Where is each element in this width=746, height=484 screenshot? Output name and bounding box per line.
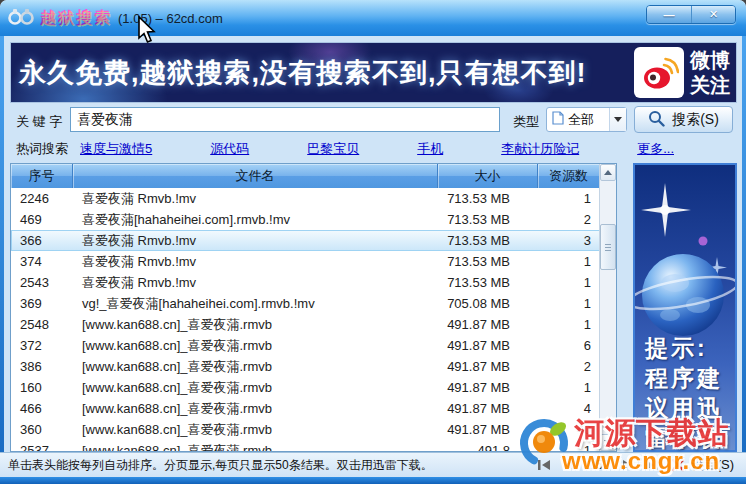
scroll-up-button[interactable] <box>600 164 616 181</box>
filename-cell: [www.kan688.cn]_喜爱夜蒲.rmvb <box>73 335 438 356</box>
row-id-cell: 360 <box>11 419 73 440</box>
row-id-cell: 2537 <box>11 440 73 452</box>
previous-page-icon <box>563 459 575 471</box>
size-cell: 713.53 MB <box>438 209 538 230</box>
filename-cell: [www.kan688.cn]_喜爱夜蒲.rmvb <box>73 377 438 398</box>
sidebar-tip-text: 提示:程序建议用迅雷下载 <box>635 333 735 452</box>
titlebar: 越狱搜索 (1.05) – 62cd.com — ✕ <box>0 0 746 36</box>
sidebar-tip-line: 雷下载 <box>645 423 735 452</box>
column-header[interactable]: 大小 <box>438 164 538 188</box>
first-page-button[interactable] <box>537 459 552 471</box>
more-link[interactable]: 更多... <box>637 140 674 158</box>
type-selected-value: 全部 <box>568 111 609 129</box>
table-row[interactable]: 366喜爱夜蒲 Rmvb.!mv713.53 MB3 <box>11 230 616 251</box>
keyword-label: 关 键 字 <box>16 113 62 131</box>
resource-count-cell: 3 <box>538 230 600 251</box>
table-row[interactable]: 160[www.kan688.cn]_喜爱夜蒲.rmvb491.87 MB1 <box>11 377 616 398</box>
size-cell: 491.87 MB <box>438 377 538 398</box>
document-icon <box>552 111 564 129</box>
resource-count-cell: 2 <box>538 356 600 377</box>
globe-image <box>635 165 735 337</box>
hotword-link[interactable]: 速度与激情5 <box>80 140 152 158</box>
hotwords-label: 热词搜索 <box>16 140 68 158</box>
scrollbar-thumb[interactable] <box>600 224 616 270</box>
sidebar-banner[interactable]: 提示:程序建议用迅雷下载 <box>633 163 737 452</box>
arrow-down-icon <box>604 440 612 445</box>
type-dropdown[interactable]: 全部 <box>546 107 627 132</box>
handcuffs-icon <box>8 7 34 29</box>
sidebar-tip-line: 提示: <box>645 333 735 363</box>
filename-cell: [www.kan688.cn]_喜爱夜蒲.rmvb <box>73 440 438 452</box>
table-row[interactable]: 466[www.kan688.cn]_喜爱夜蒲.rmvb491.87 MB4 <box>11 398 616 419</box>
search-icon <box>648 110 665 130</box>
filename-cell: [www.kan688.cn]_喜爱夜蒲.rmvb <box>73 398 438 419</box>
column-header[interactable]: 序号 <box>11 164 73 188</box>
table-row[interactable]: 360[www.kan688.cn]_喜爱夜蒲.rmvb491.87 MB40 <box>11 419 616 440</box>
previous-page-button[interactable] <box>563 459 575 471</box>
weibo-follow-label: 微博关注 <box>688 48 732 98</box>
pagination: 1/52 设置(S) <box>537 453 734 477</box>
scroll-down-button[interactable] <box>600 434 616 451</box>
hotword-link[interactable]: 源代码 <box>210 140 249 158</box>
statusbar: 单击表头能按每列自动排序。分页显示,每页只显示50条结果。双击用迅雷下载。 1/… <box>0 452 746 477</box>
minimize-button[interactable]: — <box>647 6 691 23</box>
ad-banner[interactable]: 永久免费,越狱搜索,没有搜索不到,只有想不到! 微博关注 <box>10 42 737 103</box>
resource-count-cell: 1 <box>538 272 600 293</box>
table-row[interactable]: 386[www.kan688.cn]_喜爱夜蒲.rmvb491.87 MB2 <box>11 356 616 377</box>
table-row[interactable]: 369vg!_喜爱夜蒲[hahaheihei.com].rmvb.!mv705.… <box>11 293 616 314</box>
keyword-input[interactable] <box>70 107 500 132</box>
resource-count-cell: 4 <box>538 398 600 419</box>
close-button[interactable]: ✕ <box>691 6 735 23</box>
row-id-cell: 2246 <box>11 188 73 209</box>
hotword-link[interactable]: 手机 <box>417 140 443 158</box>
row-id-cell: 369 <box>11 293 73 314</box>
size-cell: 713.53 MB <box>438 230 538 251</box>
filename-cell: 喜爱夜蒲 Rmvb.!mv <box>73 251 438 272</box>
window-border-left <box>0 36 4 484</box>
resource-count-cell: 2 <box>538 209 600 230</box>
row-id-cell: 386 <box>11 356 73 377</box>
last-page-icon <box>644 459 659 471</box>
table-row[interactable]: 2548[www.kan688.cn]_喜爱夜蒲.rmvb491.87 MB1 <box>11 314 616 335</box>
hotword-links: 速度与激情5源代码巴黎宝贝手机李献计历险记更多... <box>80 140 674 158</box>
resource-count-cell: 40 <box>538 419 600 440</box>
filename-cell: [www.kan688.cn]_喜爱夜蒲.rmvb <box>73 314 438 335</box>
weibo-icon <box>634 47 684 98</box>
last-page-button[interactable] <box>644 459 659 471</box>
column-header[interactable]: 资源数 <box>538 164 600 188</box>
resource-count-cell: 1 <box>538 377 600 398</box>
table-row[interactable]: 2543喜爱夜蒲 Rmvb.!mv713.53 MB1 <box>11 272 616 293</box>
weibo-follow[interactable]: 微博关注 <box>634 43 732 102</box>
vertical-scrollbar[interactable] <box>599 164 616 451</box>
table-row[interactable]: 2537[www.kan688.cn]_喜爱夜蒲.rmvb491.81 <box>11 440 616 452</box>
filename-cell: 喜爱夜蒲 Rmvb.!mv <box>73 230 438 251</box>
size-cell: 713.53 MB <box>438 272 538 293</box>
size-cell: 705.08 MB <box>438 293 538 314</box>
filename-cell: [www.kan688.cn]_喜爱夜蒲.rmvb <box>73 356 438 377</box>
table-row[interactable]: 372[www.kan688.cn]_喜爱夜蒲.rmvb491.87 MB6 <box>11 335 616 356</box>
size-cell: 713.53 MB <box>438 251 538 272</box>
resource-count-cell: 6 <box>538 335 600 356</box>
table-row[interactable]: 374喜爱夜蒲 Rmvb.!mv713.53 MB1 <box>11 251 616 272</box>
resource-count-cell: 1 <box>538 314 600 335</box>
column-header[interactable]: 文件名 <box>73 164 438 188</box>
row-id-cell: 160 <box>11 377 73 398</box>
first-page-icon <box>537 459 552 471</box>
size-cell: 491.87 MB <box>438 356 538 377</box>
sidebar-tip-line: 议用迅 <box>645 393 735 423</box>
window-border-right <box>742 36 746 484</box>
table-row[interactable]: 2246喜爱夜蒲 Rmvb.!mv713.53 MB1 <box>11 188 616 209</box>
search-button[interactable]: 搜索(S) <box>634 106 733 133</box>
banner-slogan: 永久免费,越狱搜索,没有搜索不到,只有想不到! <box>11 55 587 91</box>
table-row[interactable]: 469喜爱夜蒲[hahaheihei.com].rmvb.!mv713.53 M… <box>11 209 616 230</box>
results-table: 序号文件名大小资源数 2246喜爱夜蒲 Rmvb.!mv713.53 MB146… <box>10 163 617 452</box>
size-cell: 491.87 MB <box>438 314 538 335</box>
dropdown-arrow-button[interactable] <box>609 108 626 131</box>
filename-cell: [www.kan688.cn]_喜爱夜蒲.rmvb <box>73 419 438 440</box>
hotword-link[interactable]: 李献计历险记 <box>501 140 579 158</box>
next-page-button[interactable] <box>621 459 633 471</box>
row-id-cell: 469 <box>11 209 73 230</box>
resource-count-cell: 1 <box>538 293 600 314</box>
settings-button[interactable]: 设置(S) <box>670 456 734 474</box>
hotword-link[interactable]: 巴黎宝贝 <box>307 140 359 158</box>
